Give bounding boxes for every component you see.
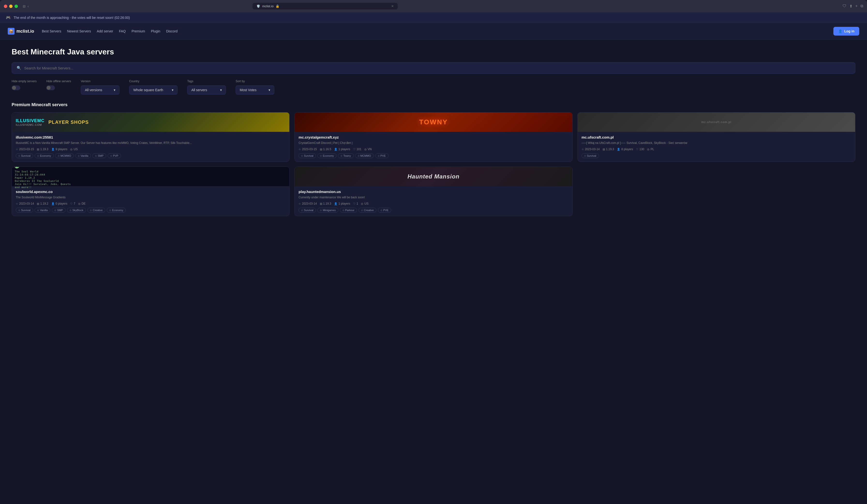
tag-survival[interactable]: Survival (299, 208, 316, 213)
server-desc-illusivemc: IllusiveMC is a Non-Vanilla Minecraft SM… (16, 141, 286, 145)
nav-add-server[interactable]: Add server (97, 29, 113, 33)
version-label: Version (81, 79, 119, 83)
nav-faq[interactable]: FAQ (119, 29, 126, 33)
server-grid: ILLUSIVEMC ILLUSIVEMC.COM PLAYER SHOPS i… (12, 112, 855, 216)
players-item: 👤 9 players (51, 148, 67, 151)
players-value: 1 players (339, 148, 350, 151)
server-meta-ufscraft: ☆ 2023-03-14 ▤ 1.19.3 👤 8 players ♡ (581, 148, 851, 151)
location-icon: ◎ (647, 148, 650, 151)
tag-vanilla[interactable]: Vanilla (75, 153, 91, 158)
country-item: ◎ US (70, 148, 78, 151)
back-button[interactable]: ‹ (28, 4, 29, 8)
version-item: ▤ 1.19.3 (37, 148, 48, 151)
tag-economy[interactable]: Economy (317, 153, 336, 158)
hide-empty-toggle[interactable] (12, 85, 20, 90)
tag-pve[interactable]: PVE (378, 208, 391, 213)
server-tags-hauntedmansion: Survival Minigames Parkour Creative PVE (299, 208, 568, 213)
main-nav: 📦 mclist.io Best Servers Newest Servers … (0, 23, 867, 40)
sort-select[interactable]: Most Votes ▾ (236, 85, 274, 95)
search-bar[interactable]: 🔍 (12, 62, 855, 74)
players-value: 1 players (339, 202, 350, 205)
nav-plugin[interactable]: Plugin (151, 29, 160, 33)
tag-smp[interactable]: SMP (93, 153, 106, 158)
browser-window: ⊟ ‹ 🛡️ mclist.io 🔒 ✕ 🛡 ⬆ + ⧉ 🎮 The end o… (0, 0, 867, 504)
server-card-ufscraft[interactable]: mc.ufscraft.com.pl mc.ufscraft.com.pl --… (577, 112, 855, 162)
version-value: All versions (85, 88, 102, 92)
tag-parkour[interactable]: Parkour (340, 208, 357, 213)
tag-mcmmo[interactable]: MCMMO (355, 153, 374, 158)
tags-value: All servers (191, 88, 207, 92)
country-value: VN (368, 148, 372, 151)
version-value: 1.19.2 (40, 202, 48, 205)
address-bar[interactable]: 🛡️ mclist.io 🔒 ✕ (253, 3, 398, 9)
tag-pvp[interactable]: PVP (108, 153, 121, 158)
likes-item: ♡ 1 (353, 202, 358, 205)
version-item: ▤ 1.19.3 (602, 148, 614, 151)
tag-vanilla[interactable]: Vanilla (35, 208, 50, 213)
server-card-soulworld[interactable]: 👁 The Soul World 31:14:66-17:26:044 Pape… (12, 167, 290, 216)
nav-newest-servers[interactable]: Newest Servers (67, 29, 91, 33)
tag-survival[interactable]: Survival (299, 153, 316, 158)
nav-discord[interactable]: Discord (166, 29, 178, 33)
share-icon[interactable]: ⬆ (849, 4, 853, 9)
server-card-illusivemc[interactable]: ILLUSIVEMC ILLUSIVEMC.COM PLAYER SHOPS i… (12, 112, 290, 162)
announcement-bar: 🎮 The end of the month is approaching - … (0, 12, 867, 23)
server-card-crystalgemcraft[interactable]: TOWNY mc.crystalgemcraft.xyz CrystalGemC… (295, 112, 572, 162)
new-tab-icon[interactable]: + (855, 4, 858, 9)
search-input[interactable] (24, 66, 850, 70)
sidebar-toggle-icon[interactable]: ⊟ (23, 4, 26, 8)
tags-select[interactable]: All servers ▾ (187, 85, 226, 95)
server-desc-hauntedmansion: Currently under maintenance We will be b… (299, 195, 568, 200)
hide-offline-label: Hide offline servers (46, 79, 71, 83)
tag-pve[interactable]: PVE (375, 153, 388, 158)
browser-actions: 🛡 ⬆ + ⧉ (843, 4, 863, 9)
hide-empty-filter: Hide empty servers (12, 79, 36, 90)
hide-offline-toggle[interactable] (46, 85, 55, 90)
country-select[interactable]: Whole square Earth ▾ (129, 85, 178, 95)
country-item: ◎ PL (647, 148, 654, 151)
country-value: US (74, 148, 78, 151)
tag-creative[interactable]: Creative (87, 208, 105, 213)
tag-minigames[interactable]: Minigames (317, 208, 338, 213)
maximize-button[interactable] (14, 4, 18, 8)
server-tags-crystalgemcraft: Survival Economy Towny MCMMO PVE (299, 153, 568, 158)
logo-text: mclist.io (17, 29, 34, 34)
version-icon: ▤ (37, 202, 39, 205)
calendar-icon: ☆ (581, 148, 584, 151)
server-card-hauntedmansion[interactable]: Haunted Mansion play.hauntedmansion.us C… (295, 167, 572, 216)
likes-value: 101 (356, 148, 361, 151)
country-item: ◎ US (361, 202, 368, 205)
server-tags-ufscraft: Survival (581, 153, 851, 158)
login-button[interactable]: 👤 Log in (833, 27, 859, 35)
tag-economy[interactable]: Economy (107, 208, 126, 213)
tag-survival[interactable]: Survival (581, 153, 599, 158)
login-label: Log in (844, 29, 854, 33)
tag-survival[interactable]: Survival (16, 153, 33, 158)
server-info-crystalgemcraft: mc.crystalgemcraft.xyz CrystalGemCraft D… (295, 132, 572, 162)
nav-best-servers[interactable]: Best Servers (42, 29, 61, 33)
location-icon: ◎ (70, 148, 73, 151)
date-value: 2023-03-14 (19, 202, 34, 205)
tabs-icon[interactable]: ⧉ (860, 4, 863, 9)
minimize-button[interactable] (9, 4, 13, 8)
heart-icon: ♡ (353, 148, 356, 151)
nav-premium[interactable]: Premium (131, 29, 145, 33)
heart-icon: ♡ (636, 148, 639, 151)
tag-survival[interactable]: Survival (16, 208, 33, 213)
version-select[interactable]: All versions ▾ (81, 85, 119, 95)
shield-action-icon[interactable]: 🛡 (843, 4, 846, 9)
refresh-icon[interactable]: ✕ (391, 4, 394, 8)
country-value: US (364, 202, 368, 205)
players-value: 8 players (621, 148, 633, 151)
logo-area[interactable]: 📦 mclist.io (8, 28, 34, 35)
chevron-down-icon: ▾ (114, 88, 115, 92)
tag-creative[interactable]: Creative (358, 208, 376, 213)
close-button[interactable] (4, 4, 7, 8)
tag-skyblock[interactable]: SkyBlock (67, 208, 86, 213)
tag-smp[interactable]: SMP (52, 208, 66, 213)
date-value: 2023-03-15 (19, 148, 34, 151)
tag-mcmmo[interactable]: MCMMO (55, 153, 74, 158)
tag-economy[interactable]: Economy (35, 153, 54, 158)
version-icon: ▤ (320, 148, 322, 151)
tag-towny[interactable]: Towny (338, 153, 353, 158)
